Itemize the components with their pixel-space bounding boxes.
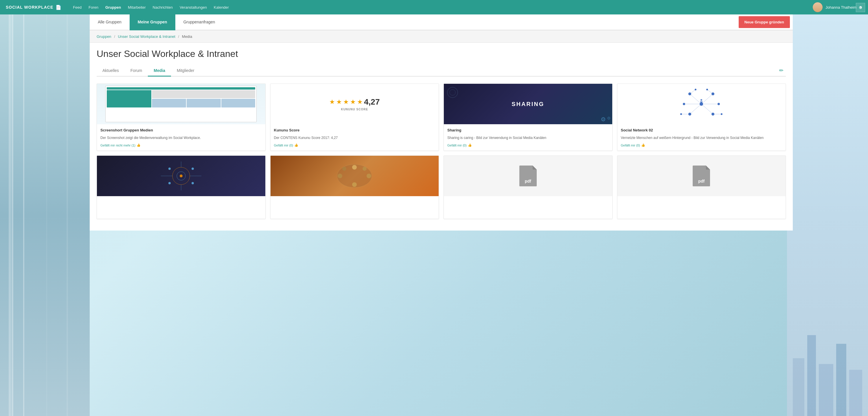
breadcrumb-gruppen[interactable]: Gruppen — [97, 34, 112, 39]
star-2: ★ — [336, 98, 342, 106]
card-footer-network[interactable]: Gefällt mir (0) 👍 — [621, 143, 782, 147]
kununu-label: KUNUNU SCORE — [341, 108, 368, 111]
kununu-stars: ★ ★ ★ ★ ★ 4,27 — [329, 97, 380, 107]
edit-media-button[interactable]: ✏ — [777, 65, 786, 76]
card-image-dark-tech — [97, 156, 265, 196]
sub-tab-forum[interactable]: Forum — [125, 65, 148, 76]
pdf-label-1: pdf — [525, 179, 531, 183]
group-title: Unser Social Workplace & Intranet — [97, 48, 786, 59]
card-desc-network: Vernetzte Menschen auf weißem Hintergrun… — [621, 135, 782, 140]
card-body-screenshot: Screenshort Gruppen Medien Der Screensho… — [97, 124, 265, 150]
tab-meine-gruppen[interactable]: Meine Gruppen — [130, 14, 175, 30]
team-svg — [331, 162, 378, 190]
nav-kalender[interactable]: Kalender — [214, 5, 229, 9]
group-tabs: Alle Gruppen Meine Gruppen Gruppenanfrag… — [90, 14, 793, 30]
nav-foren[interactable]: Foren — [89, 5, 98, 9]
nav-mitarbeiter[interactable]: Mitarbeiter — [128, 5, 146, 9]
breadcrumb-group-name[interactable]: Unser Social Workplace & Intranet — [118, 34, 175, 39]
svg-line-14 — [701, 94, 713, 104]
card-desc-pdf2 — [621, 207, 782, 212]
sub-tabs: Aktuelles Forum Media Mitglieder ✏ — [97, 65, 786, 76]
card-image-network — [617, 84, 786, 124]
svg-point-1 — [450, 90, 456, 95]
svg-point-38 — [338, 174, 342, 178]
card-image-pdf1: pdf — [444, 156, 612, 196]
gear-icon: ⚙ — [859, 5, 863, 10]
media-card-kununu[interactable]: ★ ★ ★ ★ ★ 4,27 KUNUNU SCORE Kununu Score… — [270, 83, 439, 151]
svg-point-37 — [352, 182, 357, 187]
tab-gruppenanfragen[interactable]: Gruppenanfragen — [175, 14, 223, 30]
pdf-icon-1: pdf — [519, 166, 537, 186]
svg-point-31 — [168, 168, 171, 170]
card-title-screenshot: Screenshort Gruppen Medien — [100, 128, 262, 133]
star-half: ★ — [357, 98, 363, 106]
thumbs-up-icon-2: 👍 — [294, 143, 298, 147]
card-body-pdf2 — [617, 196, 786, 219]
card-body-network: Social Network 02 Vernetzte Menschen auf… — [617, 124, 786, 150]
breadcrumb: Gruppen / Unser Social Workplace & Intra… — [90, 30, 793, 43]
page-body: Gruppen / Unser Social Workplace & Intra… — [90, 30, 793, 231]
svg-point-23 — [701, 99, 702, 101]
nav-gruppen[interactable]: Gruppen — [105, 5, 121, 9]
card-desc-pdf1 — [447, 207, 609, 212]
card-body-kununu: Kununu Score Der CONTENS Kununu Score 20… — [271, 124, 439, 150]
card-footer-sharing[interactable]: Gefällt mir (0) 👍 — [447, 143, 609, 147]
neue-gruppe-button[interactable]: Neue Gruppe gründen — [739, 16, 790, 28]
svg-point-39 — [367, 174, 371, 178]
svg-point-0 — [447, 87, 458, 98]
user-name: Johanna Thalheim — [826, 5, 857, 9]
card-body-pdf1 — [444, 196, 612, 219]
card-image-sharing: SHARING ⚙ ⚙ — [444, 84, 612, 124]
user-menu[interactable]: Johanna Thalheim ▼ — [813, 2, 862, 12]
avatar — [813, 2, 823, 12]
media-card-pdf1[interactable]: pdf — [443, 155, 613, 219]
nav-links: Feed Foren Gruppen Mitarbeiter Nachricht… — [73, 5, 813, 9]
sharing-text: SHARING — [512, 101, 544, 107]
pdf-icon-2: pdf — [693, 166, 710, 186]
thumbs-up-icon-3: 👍 — [468, 143, 472, 147]
nav-nachrichten[interactable]: Nachrichten — [153, 5, 173, 9]
card-desc-sharing: Sharing is caring - Bild zur Verwendung … — [447, 135, 609, 140]
card-footer-kununu[interactable]: Gefällt mir (0) 👍 — [274, 143, 435, 147]
gear-button[interactable]: ⚙ — [856, 3, 865, 12]
media-card-screenshot[interactable]: Screenshort Gruppen Medien Der Screensho… — [97, 83, 266, 151]
card-title-network: Social Network 02 — [621, 128, 782, 133]
card-desc-screenshot: Der Screenshot zeigt die Medienverwaltun… — [100, 135, 262, 140]
card-body-dark-tech — [97, 196, 265, 219]
gear-deco-2: ⚙ — [607, 116, 611, 123]
sub-tab-mitglieder[interactable]: Mitglieder — [171, 65, 200, 76]
media-card-sharing[interactable]: SHARING ⚙ ⚙ Sharing Sharing is caring — [443, 83, 613, 151]
sub-tab-aktuelles[interactable]: Aktuelles — [97, 65, 125, 76]
card-image-team — [271, 156, 439, 196]
card-title-kununu: Kununu Score — [274, 128, 435, 133]
brand[interactable]: Social Workplace 📄 — [6, 5, 61, 10]
svg-point-32 — [191, 168, 194, 170]
sub-tab-media[interactable]: Media — [148, 65, 171, 76]
star-1: ★ — [329, 98, 335, 106]
media-card-team[interactable] — [270, 155, 439, 219]
background-right — [787, 14, 868, 416]
media-card-network[interactable]: Social Network 02 Vernetzte Menschen auf… — [617, 83, 786, 151]
thumbs-up-icon: 👍 — [136, 143, 141, 147]
media-card-pdf2[interactable]: pdf — [617, 155, 786, 219]
media-card-dark-tech[interactable] — [97, 155, 266, 219]
svg-point-34 — [191, 182, 194, 184]
svg-point-36 — [352, 165, 357, 170]
card-title-pdf2 — [621, 200, 782, 205]
card-footer-screenshot[interactable]: Gefällt mir nicht mehr (1) 👍 — [100, 143, 262, 147]
sharing-circle-deco — [447, 87, 458, 98]
svg-point-40 — [342, 167, 346, 171]
thumbs-up-icon-4: 👍 — [641, 143, 645, 147]
nav-feed[interactable]: Feed — [73, 5, 82, 9]
svg-point-41 — [363, 167, 367, 171]
svg-point-33 — [168, 182, 171, 184]
media-grid: Screenshort Gruppen Medien Der Screensho… — [97, 83, 786, 151]
card-body-sharing: Sharing Sharing is caring - Bild zur Ver… — [444, 124, 612, 150]
nav-veranstaltungen[interactable]: Veranstaltungen — [180, 5, 207, 9]
brand-text: Social Workplace — [6, 5, 53, 9]
card-desc-team — [274, 207, 435, 212]
edit-icon: ✏ — [779, 68, 783, 73]
gear-deco-1: ⚙ — [601, 116, 606, 123]
card-image-pdf2: pdf — [617, 156, 786, 196]
tab-alle-gruppen[interactable]: Alle Gruppen — [90, 14, 130, 30]
